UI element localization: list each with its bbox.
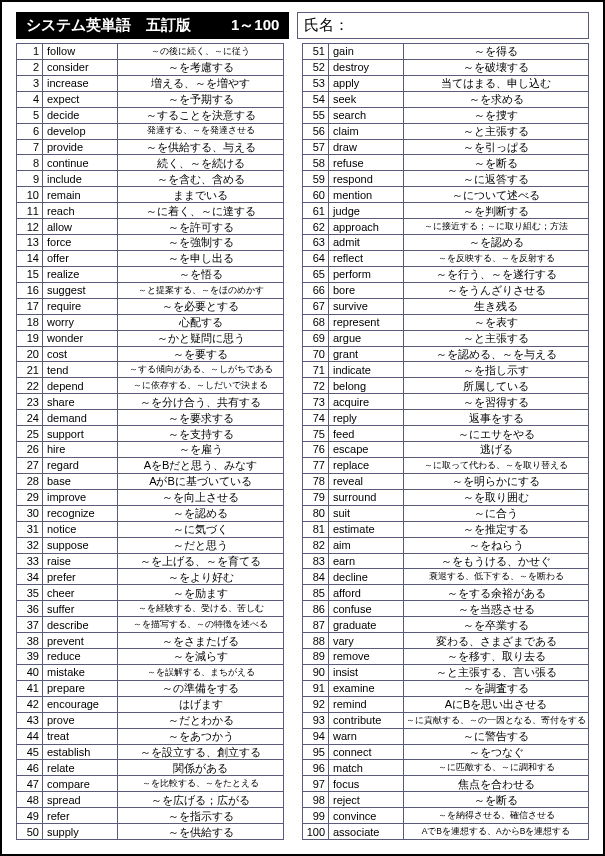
row-number: 75	[303, 426, 329, 441]
english-word: aim	[329, 538, 404, 553]
japanese-meaning: ～を分け合う、共有する	[118, 396, 283, 408]
table-row: 44treat～をあつかう	[17, 729, 283, 745]
table-row: 40mistake～を誤解する、まちがえる	[17, 665, 283, 681]
table-row: 42encourageはげます	[17, 697, 283, 713]
english-word: tend	[43, 362, 118, 377]
japanese-meaning: ～を認める	[404, 236, 588, 248]
table-row: 68represent～を表す	[303, 315, 588, 331]
row-number: 39	[17, 649, 43, 664]
table-row: 67survive生き残る	[303, 299, 588, 315]
english-word: destroy	[329, 60, 404, 75]
table-row: 60mention～について述べる	[303, 187, 588, 203]
table-row: 6develop発達する、～を発達させる	[17, 124, 283, 140]
row-number: 87	[303, 617, 329, 632]
english-word: approach	[329, 219, 404, 234]
japanese-meaning: ～を含む、含める	[118, 173, 283, 185]
row-number: 15	[17, 267, 43, 282]
japanese-meaning: ～を減らす	[118, 650, 283, 662]
row-number: 32	[17, 538, 43, 553]
row-number: 52	[303, 60, 329, 75]
english-word: feed	[329, 426, 404, 441]
japanese-meaning: ～を予期する	[118, 93, 283, 105]
row-number: 96	[303, 760, 329, 775]
japanese-meaning: ～を要求する	[118, 412, 283, 424]
english-word: convince	[329, 808, 404, 823]
english-word: associate	[329, 824, 404, 839]
japanese-meaning: AにBを思い出させる	[404, 698, 588, 710]
table-row: 71indicate～を指し示す	[303, 362, 588, 378]
table-row: 19wonder～かと疑問に思う	[17, 331, 283, 347]
row-number: 54	[303, 92, 329, 107]
row-number: 71	[303, 362, 329, 377]
japanese-meaning: ～することを決意する	[118, 109, 283, 121]
row-number: 43	[17, 713, 43, 728]
table-row: 32suppose～だと思う	[17, 538, 283, 554]
table-row: 61judge～を判断する	[303, 203, 588, 219]
row-number: 84	[303, 569, 329, 584]
table-row: 31notice～に気づく	[17, 522, 283, 538]
english-word: force	[43, 235, 118, 250]
row-number: 78	[303, 474, 329, 489]
book-title: システム英単語 五訂版	[26, 16, 191, 35]
english-word: develop	[43, 124, 118, 139]
japanese-meaning: AをBだと思う、みなす	[118, 459, 283, 471]
japanese-meaning: ～を引っぱる	[404, 141, 588, 153]
english-word: provide	[43, 140, 118, 155]
row-number: 38	[17, 633, 43, 648]
left-column: 1follow～の後に続く、～に従う2consider～を考慮する3increa…	[16, 43, 284, 840]
english-word: relate	[43, 760, 118, 775]
table-row: 23share～を分け合う、共有する	[17, 394, 283, 410]
english-word: hire	[43, 442, 118, 457]
english-word: establish	[43, 745, 118, 760]
row-number: 8	[17, 155, 43, 170]
english-word: support	[43, 426, 118, 441]
name-field[interactable]: 氏名：	[297, 12, 589, 39]
table-row: 34prefer～をより好む	[17, 569, 283, 585]
table-row: 30recognize～を認める	[17, 506, 283, 522]
japanese-meaning: 所属している	[404, 380, 588, 392]
japanese-meaning: ～をあつかう	[118, 730, 283, 742]
row-number: 82	[303, 538, 329, 553]
row-number: 40	[17, 665, 43, 680]
table-row: 57draw～を引っぱる	[303, 140, 588, 156]
english-word: grant	[329, 347, 404, 362]
japanese-meaning: ～をうんざりさせる	[404, 284, 588, 296]
table-row: 72belong所属している	[303, 378, 588, 394]
english-word: focus	[329, 776, 404, 791]
row-number: 24	[17, 410, 43, 425]
table-row: 89remove～を移す、取り去る	[303, 649, 588, 665]
japanese-meaning: ～を雇う	[118, 443, 283, 455]
japanese-meaning: はげます	[118, 698, 283, 710]
row-number: 76	[303, 442, 329, 457]
table-row: 9include～を含む、含める	[17, 171, 283, 187]
english-word: represent	[329, 315, 404, 330]
row-number: 88	[303, 633, 329, 648]
japanese-meaning: ～を破壊する	[404, 61, 588, 73]
japanese-meaning: ～だと思う	[118, 539, 283, 551]
range: 1～100	[231, 16, 279, 35]
japanese-meaning: ～を習得する	[404, 396, 588, 408]
row-number: 35	[17, 585, 43, 600]
english-word: acquire	[329, 394, 404, 409]
row-number: 99	[303, 808, 329, 823]
row-number: 63	[303, 235, 329, 250]
header: システム英単語 五訂版 1～100 氏名：	[16, 12, 589, 39]
table-row: 75feed～にエサをやる	[303, 426, 588, 442]
japanese-meaning: ～を当惑させる	[404, 603, 588, 615]
english-word: refer	[43, 808, 118, 823]
table-row: 49refer～を指示する	[17, 808, 283, 824]
row-number: 5	[17, 108, 43, 123]
row-number: 86	[303, 601, 329, 616]
row-number: 26	[17, 442, 43, 457]
english-word: follow	[43, 44, 118, 59]
english-word: cost	[43, 347, 118, 362]
table-row: 54seek～を求める	[303, 92, 588, 108]
english-word: connect	[329, 745, 404, 760]
name-label: 氏名：	[304, 16, 349, 35]
row-number: 44	[17, 729, 43, 744]
row-number: 92	[303, 697, 329, 712]
japanese-meaning: ～に気づく	[118, 523, 283, 535]
english-word: continue	[43, 155, 118, 170]
table-row: 16suggest～と提案する、～をほのめかす	[17, 283, 283, 299]
row-number: 17	[17, 299, 43, 314]
